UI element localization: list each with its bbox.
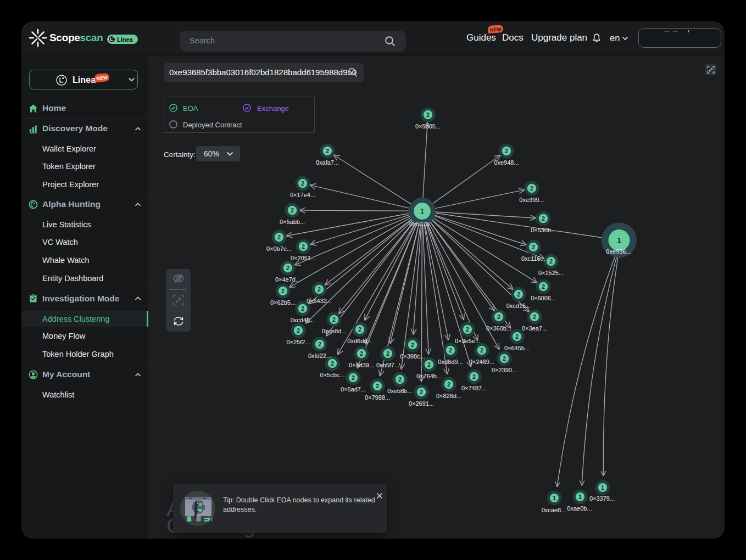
svg-text:0xcd48...: 0xcd48... — [291, 317, 315, 323]
svg-text:2: 2 — [301, 180, 304, 187]
svg-text:0×3ea7...: 0×3ea7... — [522, 325, 547, 332]
svg-text:0xae0b...: 0xae0b... — [567, 505, 592, 512]
svg-text:2: 2 — [302, 243, 305, 250]
svg-text:2: 2 — [277, 234, 281, 240]
svg-text:0×7487...: 0×7487... — [461, 385, 487, 391]
svg-text:0xe399...: 0xe399... — [519, 197, 544, 203]
svg-text:2: 2 — [386, 350, 389, 357]
svg-text:1: 1 — [553, 495, 556, 501]
svg-text:0xcd15...: 0xcd15... — [506, 303, 531, 309]
svg-text:0×5ad7...: 0×5ad7... — [341, 386, 366, 393]
svg-text:0×3e5e...: 0×3e5e... — [455, 338, 480, 344]
svg-text:2: 2 — [411, 341, 414, 348]
svg-text:2: 2 — [466, 326, 469, 333]
svg-text:2: 2 — [542, 283, 545, 290]
svg-text:2: 2 — [358, 326, 361, 333]
svg-text:0xe948...: 0xe948... — [494, 159, 519, 166]
svg-text:0xcae8...: 0xcae8... — [542, 507, 566, 513]
svg-text:0×764b...: 0×764b... — [416, 373, 442, 379]
svg-text:2: 2 — [517, 291, 520, 298]
svg-text:2: 2 — [326, 148, 329, 154]
svg-text:2: 2 — [291, 207, 294, 214]
svg-text:0×5abb...: 0×5abb... — [280, 219, 305, 225]
svg-text:0×6006...: 0×6006... — [531, 295, 556, 301]
svg-text:0×3379...: 0×3379... — [589, 495, 615, 502]
svg-text:2: 2 — [449, 347, 452, 354]
svg-text:0xc116...: 0xc116... — [521, 255, 545, 262]
svg-text:2: 2 — [505, 148, 508, 154]
svg-text:0×6432...: 0×6432... — [307, 298, 332, 304]
svg-text:2: 2 — [542, 215, 545, 222]
svg-text:0×17e4...: 0×17e4... — [290, 192, 315, 198]
svg-text:0×4e7d...: 0×4e7d... — [275, 276, 300, 283]
svg-text:0xce8d...: 0xce8d... — [322, 328, 347, 334]
svg-text:2: 2 — [533, 313, 536, 320]
svg-text:2: 2 — [360, 350, 363, 357]
svg-text:0×62b5...: 0×62b5... — [270, 299, 296, 306]
svg-text:0×7988...: 0×7988... — [365, 394, 390, 401]
svg-text:0×0b7e...: 0×0b7e... — [266, 245, 292, 252]
svg-text:2: 2 — [447, 381, 450, 388]
svg-text:2: 2 — [301, 305, 304, 312]
svg-text:1: 1 — [601, 484, 604, 491]
svg-text:1: 1 — [617, 236, 621, 244]
svg-text:2: 2 — [376, 383, 379, 389]
svg-text:0×398c...: 0×398c... — [400, 353, 425, 360]
svg-text:2: 2 — [427, 361, 431, 368]
svg-text:0×5075...: 0×5075... — [409, 221, 435, 227]
svg-text:0×2691...: 0×2691... — [409, 400, 434, 407]
svg-text:2: 2 — [318, 341, 321, 348]
svg-text:2: 2 — [426, 111, 430, 118]
svg-text:2: 2 — [549, 258, 553, 265]
svg-text:1: 1 — [420, 208, 424, 215]
svg-text:2: 2 — [472, 373, 476, 380]
svg-text:0×826d...: 0×826d... — [436, 393, 461, 399]
svg-text:2: 2 — [297, 327, 300, 334]
svg-text:0xe936...: 0xe936... — [606, 248, 631, 255]
svg-text:0×25f2...: 0×25f2... — [286, 339, 310, 345]
svg-text:0×2469...: 0×2469... — [469, 359, 494, 365]
svg-text:0×5b05...: 0×5b05... — [415, 123, 441, 130]
svg-text:2: 2 — [503, 355, 506, 362]
svg-text:0xd8d9...: 0xd8d9... — [438, 359, 463, 365]
svg-text:0×2051...: 0×2051... — [291, 255, 316, 261]
svg-text:0xfd22...: 0xfd22... — [308, 352, 331, 359]
svg-text:2: 2 — [331, 360, 334, 367]
svg-text:0×530b...: 0×530b... — [531, 227, 556, 233]
svg-text:0xeb8b...: 0xeb8b... — [387, 388, 412, 394]
svg-text:0×1525...: 0×1525... — [538, 270, 564, 276]
svg-text:2: 2 — [497, 313, 500, 320]
svg-text:2: 2 — [332, 316, 336, 323]
svg-text:0×360b...: 0×360b... — [486, 325, 511, 332]
svg-text:2: 2 — [398, 376, 402, 383]
svg-text:2: 2 — [286, 265, 290, 271]
svg-text:2: 2 — [480, 347, 483, 354]
svg-text:2: 2 — [515, 333, 519, 340]
svg-text:2: 2 — [530, 185, 533, 192]
svg-text:0xafa7...: 0xafa7... — [316, 159, 339, 166]
svg-text:0xd6dd...: 0xd6dd... — [347, 338, 372, 344]
svg-text:2: 2 — [318, 286, 321, 293]
svg-text:0×5cbc...: 0×5cbc... — [320, 372, 345, 378]
svg-text:0×2390...: 0×2390... — [492, 367, 517, 373]
svg-text:1: 1 — [578, 494, 582, 500]
svg-text:2: 2 — [281, 288, 285, 294]
svg-text:0×645b...: 0×645b... — [504, 345, 530, 351]
svg-text:0×4d39...: 0×4d39... — [349, 362, 374, 368]
svg-text:2: 2 — [420, 389, 423, 395]
svg-text:0xb5f7...: 0xb5f7... — [376, 362, 399, 368]
svg-text:2: 2 — [352, 374, 355, 381]
svg-text:2: 2 — [532, 244, 535, 250]
